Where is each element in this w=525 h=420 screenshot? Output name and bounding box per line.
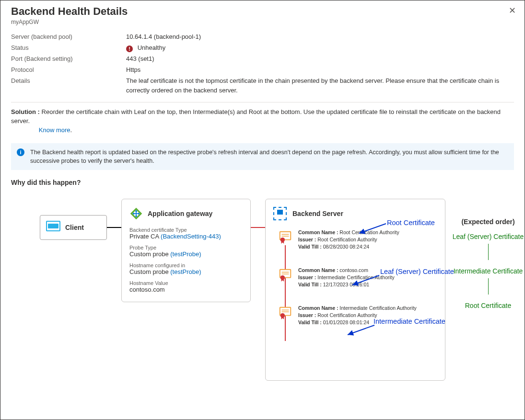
kv-value: The leaf certificate is not the topmost … (126, 76, 514, 95)
kv-value: Https (126, 65, 514, 75)
agw-cert-type-value: Private CA (BackendSetting-443) (129, 233, 243, 240)
solution-text: Reorder the certificate chain with Leaf … (11, 108, 501, 125)
certificate-icon (278, 306, 292, 322)
client-icon (45, 221, 61, 234)
test-probe-link-1[interactable]: (testProbe) (170, 250, 201, 258)
kv-label: Protocol (11, 65, 126, 75)
kv-details: Details The leaf certificate is not the … (11, 76, 514, 95)
app-gateway-icon (129, 207, 143, 220)
annot-intermediate: Intermediate Certificate (373, 318, 445, 326)
expected-item-0: Leaf (Server) Certificate (452, 232, 524, 241)
kv-value: 443 (set1) (126, 54, 514, 64)
cert-chain-line (285, 245, 286, 341)
annot-leaf: Leaf (Server) Certificate (380, 268, 454, 276)
certificate-icon (278, 268, 292, 284)
client-label: Client (65, 224, 84, 231)
svg-line-18 (359, 224, 386, 233)
unhealthy-icon: ! (126, 45, 133, 52)
kv-label: Details (11, 76, 126, 95)
agw-title: Application gateway (148, 210, 212, 217)
svg-line-19 (352, 275, 379, 285)
why-heading: Why did this happen? (11, 179, 514, 186)
annot-leaf-text: Leaf (Server) Certificate (380, 268, 454, 275)
backend-setting-link[interactable]: (BackendSetting-443) (161, 233, 221, 240)
expected-header: (Expected order) (452, 218, 524, 226)
kv-label: Status (11, 43, 126, 53)
connector-agw-bks (251, 227, 265, 228)
agw-host-val-value: contoso.com (129, 286, 243, 293)
know-more-link[interactable]: Know more (39, 126, 70, 134)
agw-host-cfg-value: Custom probe (testProbe) (129, 268, 243, 275)
annot-intermediate-text: Intermediate Certificate (373, 318, 445, 325)
bks-title: Backend Server (292, 210, 343, 217)
arrow-intermediate-icon (345, 324, 378, 339)
solution-block: Solution : Reorder the certificate chain… (11, 107, 514, 135)
agw-host-val-label: Hostname Value (129, 280, 243, 286)
kv-value: ! Unhealthy (126, 43, 514, 53)
expected-connector (488, 244, 489, 260)
separator (11, 102, 514, 102)
certificate-icon (278, 230, 292, 246)
expected-connector (488, 278, 489, 295)
kv-protocol: Protocol Https (11, 65, 514, 75)
status-text: Unhealthy (138, 44, 166, 51)
agw-probe-type-value: Custom probe (testProbe) (129, 250, 243, 258)
kv-status: Status ! Unhealthy (11, 43, 514, 53)
info-banner: i The Backend health report is updated b… (11, 143, 514, 170)
kv-label: Port (Backend setting) (11, 54, 126, 64)
kv-port: Port (Backend setting) 443 (set1) (11, 54, 514, 64)
svg-line-20 (348, 325, 374, 335)
test-probe-link-2[interactable]: (testProbe) (170, 268, 201, 275)
agw-probe-type-text: Custom probe (129, 250, 169, 258)
solution-label: Solution : (11, 108, 40, 115)
connector-client-agw (107, 227, 121, 228)
agw-host-cfg-label: Hostname configured in (129, 262, 243, 268)
info-icon: i (17, 148, 24, 156)
kv-server: Server (backend pool) 10.64.1.4 (backend… (11, 32, 514, 42)
expected-order-column: (Expected order) Leaf (Server) Certifica… (452, 218, 524, 310)
arrow-leaf-icon (350, 274, 383, 289)
client-node: Client (40, 215, 107, 240)
agw-cert-type-label: Backend certificate Type (129, 227, 243, 233)
page-title: Backend Health Details (11, 5, 514, 18)
close-icon[interactable]: ✕ (509, 5, 516, 16)
kv-label: Server (backend pool) (11, 32, 126, 42)
backend-health-panel: ✕ Backend Health Details myAppGW Server … (0, 0, 525, 420)
diagram: Client Application gateway Backend certi… (11, 196, 514, 402)
info-text: The Backend health report is updated bas… (30, 149, 499, 164)
agw-cert-type-text: Private CA (129, 233, 159, 240)
backend-server-icon (273, 207, 287, 220)
agw-host-cfg-text: Custom probe (129, 268, 169, 275)
agw-probe-type-label: Probe Type (129, 245, 243, 250)
expected-item-1: Intermediate Certificate (452, 267, 524, 275)
kv-value: 10.64.1.4 (backend-pool-1) (126, 32, 514, 42)
annot-root: Root Certificate (387, 219, 435, 227)
expected-item-2: Root Certificate (452, 301, 524, 310)
resource-subtitle: myAppGW (11, 19, 514, 25)
arrow-root-icon (356, 223, 390, 237)
app-gateway-card: Application gateway Backend certificate … (121, 199, 251, 302)
